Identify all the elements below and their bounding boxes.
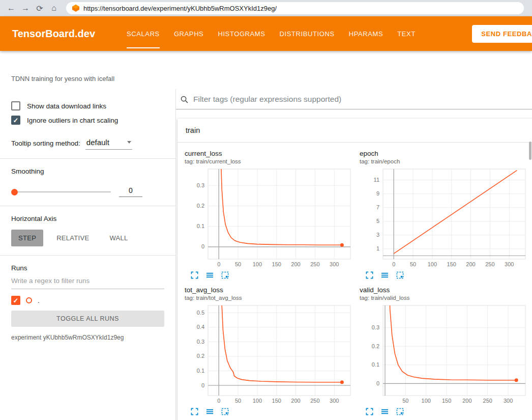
view-options-icon[interactable] <box>381 408 389 415</box>
tooltip-sorting-row: Tooltip sorting method: default <box>11 137 164 150</box>
toggle-all-runs-button[interactable]: TOGGLE ALL RUNS <box>11 311 164 327</box>
smoothing-label: Smoothing <box>11 167 164 175</box>
send-feedback-button[interactable]: SEND FEEDBACK <box>472 25 532 43</box>
svg-text:300: 300 <box>505 261 514 267</box>
step-button[interactable]: STEP <box>11 230 43 246</box>
chart-plot-epoch[interactable]: 1357911050100150200250300 <box>360 166 530 268</box>
chart-title: epoch <box>360 150 530 157</box>
chart-tag: tag: train/epoch <box>360 158 530 164</box>
forward-icon[interactable]: → <box>19 4 32 13</box>
checkbox-checked-icon: ✓ <box>11 116 20 125</box>
svg-text:50: 50 <box>402 398 408 404</box>
home-icon[interactable]: ⌂ <box>48 4 60 13</box>
runs-filter-input[interactable] <box>11 272 164 289</box>
tab-scalars[interactable]: SCALARS <box>127 16 160 51</box>
svg-text:150: 150 <box>272 261 281 267</box>
checkbox-unchecked-icon <box>11 101 20 110</box>
svg-text:3: 3 <box>376 232 379 238</box>
tab-graphs[interactable]: GRAPHS <box>174 16 204 51</box>
fit-domain-icon[interactable] <box>221 408 229 415</box>
chart-plot-tot-avg-loss[interactable]: 00.10.20.30.40.5050100150200250300 <box>185 303 356 405</box>
tab-label: TEXT <box>397 30 416 38</box>
chart-tag: tag: train/valid_loss <box>360 295 530 301</box>
tab-distributions[interactable]: DISTRIBUTIONS <box>280 16 335 51</box>
svg-text:0: 0 <box>392 261 395 267</box>
smoothing-slider[interactable] <box>11 187 111 197</box>
nav-tabs: SCALARS GRAPHS HISTOGRAMS DISTRIBUTIONS … <box>120 16 423 51</box>
svg-text:0: 0 <box>201 243 204 249</box>
browser-toolbar: ← → ⟳ ⌂ https://tensorboard.dev/experime… <box>0 0 532 16</box>
tab-text[interactable]: TEXT <box>397 16 416 51</box>
wall-button[interactable]: WALL <box>102 230 135 246</box>
show-download-links-checkbox[interactable]: Show data download links <box>11 101 164 110</box>
run-checkbox-icon: ✓ <box>11 296 20 305</box>
chart-plot-valid-loss[interactable]: 00.10.20.350100150200250300 <box>360 303 530 405</box>
experiment-caption: experiment yKUbhb5wRmOSXYkId1z9eg <box>11 334 164 341</box>
sidebar-divider <box>0 206 175 206</box>
svg-text:0.1: 0.1 <box>372 361 379 368</box>
chart-card-current-loss: current_loss tag: train/current_loss 00.… <box>185 150 356 279</box>
horizontal-axis-buttons: STEP RELATIVE WALL <box>11 230 164 246</box>
back-icon[interactable]: ← <box>5 4 17 13</box>
svg-text:11: 11 <box>374 177 379 183</box>
view-options-icon[interactable] <box>206 271 214 279</box>
svg-text:1: 1 <box>376 245 379 251</box>
address-bar[interactable]: https://tensorboard.dev/experiment/yKUbh… <box>66 2 524 14</box>
expand-chart-icon[interactable] <box>366 408 373 415</box>
run-row[interactable]: ✓ . <box>11 296 164 305</box>
sidebar-divider <box>0 255 175 256</box>
fit-domain-icon[interactable] <box>221 271 229 279</box>
run-color-swatch <box>26 297 32 303</box>
tab-hparams[interactable]: HPARAMS <box>349 16 383 51</box>
chart-title: current_loss <box>185 150 356 157</box>
section-header-train[interactable]: train <box>178 119 532 143</box>
tooltip-sorting-select[interactable]: default <box>85 137 132 150</box>
chart-plot-current-loss[interactable]: 00.10.20.3050100150200250300 <box>185 166 356 268</box>
svg-text:0.1: 0.1 <box>197 368 204 374</box>
svg-text:250: 250 <box>483 398 492 404</box>
tab-histograms[interactable]: HISTOGRAMS <box>218 16 265 51</box>
ignore-outliers-checkbox[interactable]: ✓ Ignore outliers in chart scaling <box>11 116 164 125</box>
chart-toolbar <box>185 408 356 415</box>
chevron-down-icon <box>127 141 131 144</box>
slider-thumb[interactable] <box>11 189 18 195</box>
svg-text:300: 300 <box>330 261 339 267</box>
chart-title: tot_avg_loss <box>185 286 356 294</box>
content-layout: Show data download links ✓ Ignore outlie… <box>0 89 532 420</box>
expand-chart-icon[interactable] <box>191 408 198 415</box>
view-options-icon[interactable] <box>381 271 389 279</box>
smoothing-value-input[interactable]: 0 <box>119 186 142 197</box>
relative-button[interactable]: RELATIVE <box>49 230 96 246</box>
fit-domain-icon[interactable] <box>396 408 404 415</box>
svg-text:50: 50 <box>410 261 416 267</box>
expand-chart-icon[interactable] <box>191 271 198 279</box>
chart-tag: tag: train/current_loss <box>185 158 356 164</box>
svg-text:9: 9 <box>376 190 379 197</box>
sidebar-divider <box>0 158 175 159</box>
app-header: TensorBoard.dev SCALARS GRAPHS HISTOGRAM… <box>0 16 532 51</box>
chart-title: valid_loss <box>360 286 530 294</box>
scrollbar-thumb[interactable] <box>529 142 531 160</box>
view-options-icon[interactable] <box>206 408 214 415</box>
svg-text:0.2: 0.2 <box>197 203 204 209</box>
svg-text:150: 150 <box>442 398 451 404</box>
search-icon <box>180 95 189 104</box>
filter-tags-input[interactable] <box>193 95 527 104</box>
svg-text:0.3: 0.3 <box>372 324 379 330</box>
svg-text:200: 200 <box>291 261 300 267</box>
settings-sidebar: Show data download links ✓ Ignore outlie… <box>0 89 175 420</box>
brand[interactable]: TensorBoard.dev <box>12 28 95 40</box>
fit-domain-icon[interactable] <box>396 271 404 279</box>
svg-text:250: 250 <box>310 261 319 267</box>
tab-label: DISTRIBUTIONS <box>280 30 335 38</box>
slider-track <box>11 191 111 192</box>
svg-text:200: 200 <box>466 261 475 267</box>
expand-chart-icon[interactable] <box>366 271 373 279</box>
svg-text:0.5: 0.5 <box>197 310 204 316</box>
page: ← → ⟳ ⌂ https://tensorboard.dev/experime… <box>0 0 532 420</box>
tooltip-sorting-label: Tooltip sorting method: <box>11 139 80 150</box>
chart-toolbar <box>360 408 530 415</box>
run-name: . <box>38 297 40 304</box>
reload-icon[interactable]: ⟳ <box>34 4 46 13</box>
tab-label: SCALARS <box>127 30 160 38</box>
